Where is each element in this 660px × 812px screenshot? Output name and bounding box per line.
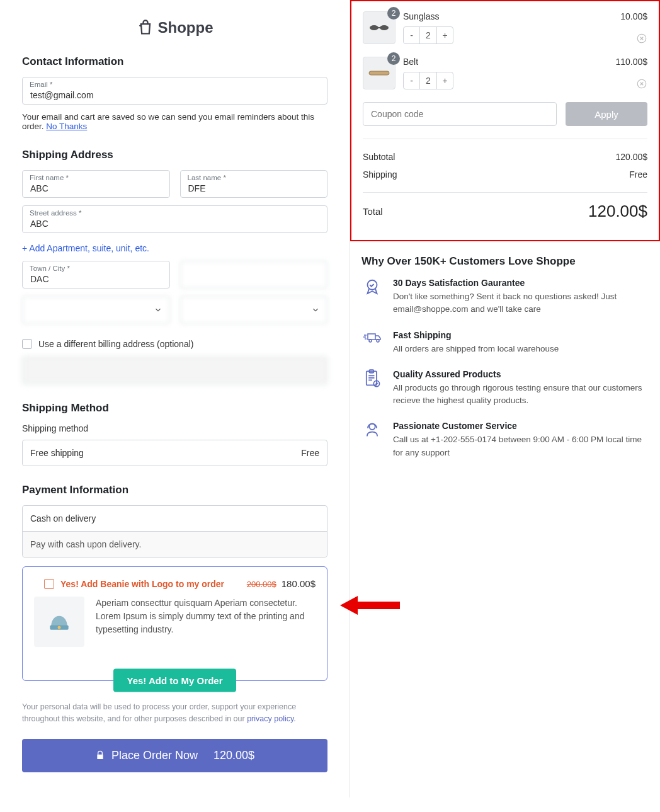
logo-text: Shoppe [158, 19, 213, 37]
upsell-desc: Aperiam consecttur quisquam Aperiam cons… [96, 597, 316, 647]
disclaimer: Your personal data will be used to proce… [22, 701, 327, 725]
payment-desc: Pay with cash upon delivery. [23, 531, 327, 557]
cart-item-name: Sunglass [403, 11, 620, 21]
no-thanks-link[interactable]: No Thanks [46, 122, 87, 131]
beanie-icon [45, 608, 73, 636]
bag-icon [137, 19, 154, 37]
upsell-new-price: 180.00$ [282, 578, 316, 589]
cart-item-price: 10.00$ [620, 11, 647, 21]
qty-value: 2 [420, 27, 436, 43]
upsell-title: Yes! Add Beanie with Logo to my order [60, 579, 224, 589]
cart-item-image: 2 [363, 11, 395, 44]
contact-heading: Contact Information [22, 55, 327, 68]
email-field[interactable] [22, 77, 327, 105]
cart-item: 2 Belt - 2 + 110.00$ [363, 57, 647, 89]
feature-desc: Don't like something? Sent it back no qu… [393, 290, 649, 316]
feature-title: 30 Days Satisfaction Gaurantee [393, 278, 649, 288]
qty-decrease-button[interactable]: - [404, 27, 420, 43]
cart-item-badge: 2 [387, 52, 400, 65]
last-name-label: Last name * [188, 174, 226, 181]
shipping-method-heading: Shipping Method [22, 402, 327, 415]
cart-item: 2 Sunglass - 2 + 10.00$ [363, 11, 647, 44]
svg-rect-4 [378, 27, 380, 28]
district-select[interactable] [180, 296, 328, 324]
cart-item-price: 110.00$ [615, 57, 647, 67]
upsell-add-button[interactable]: Yes! Add to My Order [113, 669, 237, 692]
trust-heading: Why Over 150K+ Customers Love Shoppe [361, 255, 649, 268]
feature-item: Passionate Customer Service Call us at +… [350, 421, 660, 473]
lock-icon [95, 750, 105, 760]
subtotal-label: Subtotal [363, 152, 395, 162]
diff-billing-checkbox[interactable] [22, 339, 32, 349]
street-label: Street address * [30, 209, 81, 217]
shipping-option[interactable]: Free shipping Free [22, 440, 327, 466]
feature-title: Fast Shipping [393, 330, 559, 340]
qty-value: 2 [420, 72, 436, 89]
cart-item-name: Belt [403, 57, 615, 67]
shipping-method-label: Shipping method [22, 423, 327, 433]
email-hint: Your email and cart are saved so we can … [22, 112, 327, 131]
apply-coupon-button[interactable]: Apply [566, 102, 647, 126]
total-value: 120.00$ [588, 202, 647, 221]
postcode-field[interactable] [180, 261, 328, 289]
upsell-image [34, 597, 84, 647]
feature-desc: All orders are shipped from local wareho… [393, 343, 559, 355]
sunglass-icon [368, 23, 390, 32]
guarantee-icon [361, 278, 383, 299]
svg-point-12 [377, 340, 379, 342]
qty-increase-button[interactable]: + [436, 72, 453, 89]
feature-item: Fast Shipping All orders are shipped fro… [350, 330, 660, 369]
privacy-policy-link[interactable]: privacy policy [247, 714, 293, 723]
feature-title: Quality Assured Products [393, 369, 649, 379]
upsell-checkbox[interactable] [44, 579, 54, 589]
headset-icon [361, 421, 383, 442]
country-select[interactable] [22, 296, 170, 324]
place-order-amount: 120.00$ [213, 749, 254, 762]
svg-rect-6 [369, 71, 389, 75]
total-label: Total [363, 206, 383, 217]
payment-method[interactable]: Cash on delivery [23, 506, 327, 531]
feature-title: Passionate Customer Service [393, 421, 649, 431]
cart-summary: 2 Sunglass - 2 + 10.00$ 2 [350, 0, 660, 241]
remove-item-button[interactable] [636, 78, 647, 89]
clipboard-icon [361, 369, 383, 391]
payment-heading: Payment Information [22, 484, 327, 496]
qty-increase-button[interactable]: + [436, 27, 453, 43]
cart-item-image: 2 [363, 57, 395, 89]
qty-decrease-button[interactable]: - [404, 72, 420, 89]
email-label: Email * [30, 81, 52, 88]
shipping-value: Free [629, 169, 647, 180]
coupon-input[interactable] [363, 102, 557, 126]
city-label: Town / City * [30, 265, 70, 272]
svg-point-2 [370, 25, 378, 30]
belt-icon [368, 69, 390, 77]
feature-desc: Call us at +1-202-555-0174 between 9:00 … [393, 433, 649, 459]
cart-item-badge: 2 [387, 7, 400, 20]
svg-rect-10 [368, 334, 375, 340]
upsell-old-price: 200.00$ [247, 580, 276, 589]
feature-item: 30 Days Satisfaction Gaurantee Don't lik… [350, 278, 660, 330]
upsell-box: Yes! Add Beanie with Logo to my order 20… [22, 566, 327, 681]
remove-item-button[interactable] [636, 33, 647, 44]
quantity-stepper: - 2 + [403, 72, 453, 89]
feature-desc: All products go through rigorous testing… [393, 382, 649, 408]
logo: Shoppe [22, 19, 327, 37]
phone-field[interactable] [22, 357, 327, 384]
shipping-option-price: Free [301, 448, 319, 458]
diff-billing-label: Use a different billing address (optiona… [38, 339, 193, 349]
svg-point-1 [58, 626, 61, 629]
add-apartment-link[interactable]: + Add Apartment, suite, unit, etc. [22, 243, 149, 253]
place-order-label: Place Order Now [111, 749, 198, 762]
shipping-heading: Shipping Address [22, 149, 327, 161]
subtotal-value: 120.00$ [615, 152, 647, 162]
first-name-label: First name * [30, 174, 69, 181]
place-order-button[interactable]: Place Order Now 120.00$ [22, 739, 327, 772]
feature-item: Quality Assured Products All products go… [350, 369, 660, 421]
svg-point-3 [380, 25, 389, 30]
svg-point-11 [369, 340, 372, 342]
truck-icon [361, 330, 383, 352]
quantity-stepper: - 2 + [403, 26, 453, 44]
shipping-label: Shipping [363, 169, 397, 180]
shipping-option-name: Free shipping [30, 448, 84, 458]
payment-box: Cash on delivery Pay with cash upon deli… [22, 505, 327, 558]
